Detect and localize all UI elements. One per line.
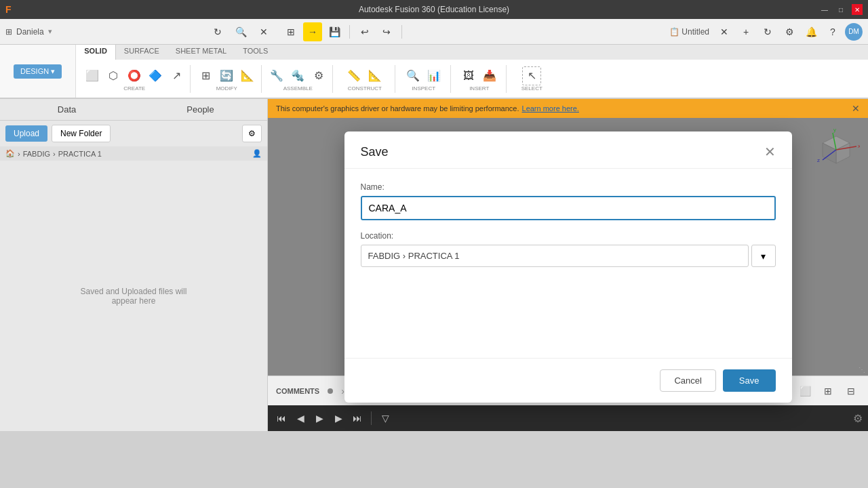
assemble-icon-2[interactable]: 🔩 bbox=[288, 66, 307, 85]
construct-icon-1[interactable]: 📏 bbox=[344, 66, 363, 85]
filter-button[interactable]: ▽ bbox=[377, 410, 393, 426]
upload-button[interactable]: Upload bbox=[5, 125, 47, 142]
location-form-group: Location: ▾ bbox=[361, 231, 776, 267]
tab-tools[interactable]: TOOLS bbox=[235, 45, 276, 60]
ribbon: DESIGN ▾ SOLID SURFACE SHEET METAL TOOLS… bbox=[0, 45, 868, 99]
toolbar-separator-1 bbox=[349, 25, 350, 39]
create-icon-3[interactable]: ⭕ bbox=[125, 66, 144, 85]
modify-icon-1[interactable]: ⊞ bbox=[196, 66, 215, 85]
modal-close-button[interactable]: ✕ bbox=[764, 144, 776, 160]
breadcrumb: 🏠 › FABDIG › PRACTICA 1 👤 bbox=[0, 146, 267, 161]
reload-button[interactable]: ↻ bbox=[758, 22, 777, 41]
modify-icon-3[interactable]: 📐 bbox=[238, 66, 257, 85]
left-panel-tabs: Data People bbox=[0, 99, 267, 121]
inspect-icon-1[interactable]: 🔍 bbox=[403, 66, 422, 85]
panel-settings-button[interactable]: ⚙ bbox=[242, 125, 262, 142]
warning-link[interactable]: Learn more here. bbox=[522, 104, 579, 113]
create-icon-4[interactable]: 🔷 bbox=[146, 66, 165, 85]
display-mode-1[interactable]: ⬜ bbox=[796, 382, 814, 400]
redo-button[interactable]: ↪ bbox=[377, 22, 396, 41]
warning-bar: This computer's graphics driver or hardw… bbox=[268, 99, 868, 118]
tab-sheet-metal[interactable]: SHEET METAL bbox=[167, 45, 235, 60]
breadcrumb-settings-icon[interactable]: 👤 bbox=[252, 149, 262, 158]
top-toolbar: ⊞ Daniela ▾ ↻ 🔍 ✕ ⊞ → 💾 ↩ ↪ 📋 Untitled ✕… bbox=[0, 19, 868, 45]
left-panel-actions: Upload New Folder ⚙ bbox=[0, 121, 267, 146]
location-input[interactable] bbox=[361, 245, 749, 267]
create-icon-5[interactable]: ↗ bbox=[167, 66, 186, 85]
warning-close-button[interactable]: ✕ bbox=[852, 103, 860, 114]
settings-button[interactable]: ⚙ bbox=[780, 22, 799, 41]
timeline-settings-icon[interactable]: ⚙ bbox=[853, 412, 863, 425]
notification-button[interactable]: 🔔 bbox=[802, 22, 821, 41]
skip-back-button[interactable]: ⏮ bbox=[273, 410, 290, 426]
timeline-bar: ⏮ ◀ ▶ ▶ ⏭ ▽ ⚙ bbox=[268, 405, 868, 431]
app-title: Autodesk Fusion 360 (Education License) bbox=[359, 5, 509, 14]
left-panel: Data People Upload New Folder ⚙ 🏠 › FABD… bbox=[0, 99, 268, 431]
new-tab-button[interactable]: + bbox=[736, 22, 755, 41]
modal-body: Name: Location: ▾ bbox=[344, 169, 792, 358]
user-name[interactable]: Daniela bbox=[16, 27, 44, 37]
inspect-icon-2[interactable]: 📊 bbox=[425, 66, 443, 85]
breadcrumb-fabdig[interactable]: FABDIG bbox=[23, 150, 50, 158]
new-folder-button[interactable]: New Folder bbox=[52, 125, 111, 142]
cancel-button[interactable]: Cancel bbox=[660, 369, 715, 392]
timeline-separator bbox=[371, 411, 372, 425]
canvas-area: This computer's graphics driver or hardw… bbox=[268, 99, 868, 431]
modify-label: MODIFY bbox=[196, 85, 257, 92]
create-icon-2[interactable]: ⬡ bbox=[104, 66, 123, 85]
minimize-button[interactable]: — bbox=[819, 4, 830, 15]
highlight-button[interactable]: → bbox=[303, 22, 322, 41]
insert-icon-1[interactable]: 🖼 bbox=[459, 66, 478, 85]
construct-icon-2[interactable]: 📐 bbox=[366, 66, 384, 85]
comment-dot bbox=[328, 388, 333, 394]
undo-button[interactable]: ↩ bbox=[355, 22, 374, 41]
data-tab[interactable]: Data bbox=[0, 99, 134, 120]
close-tab-button[interactable]: ✕ bbox=[715, 22, 734, 41]
maximize-button[interactable]: □ bbox=[835, 4, 846, 15]
help-button[interactable]: ? bbox=[823, 22, 842, 41]
select-icon-1[interactable]: ↖ bbox=[522, 66, 541, 85]
modal-title: Save bbox=[361, 145, 389, 159]
tab-surface[interactable]: SURFACE bbox=[116, 45, 167, 60]
play-button[interactable]: ▶ bbox=[311, 410, 328, 426]
insert-icon-2[interactable]: 📥 bbox=[480, 66, 499, 85]
display-mode-2[interactable]: ⊞ bbox=[819, 382, 837, 400]
prev-button[interactable]: ◀ bbox=[292, 410, 309, 426]
design-dropdown-button[interactable]: DESIGN ▾ bbox=[14, 64, 62, 79]
name-form-group: Name: bbox=[361, 182, 776, 220]
breadcrumb-practica[interactable]: PRACTICA 1 bbox=[58, 150, 102, 158]
search-button[interactable]: 🔍 bbox=[231, 22, 250, 41]
modify-icon-2[interactable]: 🔄 bbox=[217, 66, 236, 85]
modal-header: Save ✕ bbox=[344, 131, 792, 169]
toolbar-separator-2 bbox=[401, 25, 402, 39]
save-button[interactable]: 💾 bbox=[325, 22, 344, 41]
grid-view-button[interactable]: ⊞ bbox=[281, 22, 300, 41]
skip-fwd-button[interactable]: ⏭ bbox=[349, 410, 366, 426]
tab-solid[interactable]: SOLID bbox=[76, 45, 116, 60]
close-button[interactable]: ✕ bbox=[852, 4, 863, 15]
assemble-icon-1[interactable]: 🔧 bbox=[267, 66, 286, 85]
user-avatar[interactable]: DM bbox=[845, 23, 863, 41]
location-row: ▾ bbox=[361, 245, 776, 267]
name-label: Name: bbox=[361, 182, 776, 192]
location-dropdown-button[interactable]: ▾ bbox=[751, 245, 776, 267]
people-tab[interactable]: People bbox=[134, 99, 267, 120]
resize-handle[interactable]: ⋱ bbox=[859, 366, 865, 373]
save-confirm-button[interactable]: Save bbox=[723, 369, 776, 392]
title-bar: F Autodesk Fusion 360 (Education License… bbox=[0, 0, 868, 19]
refresh-button[interactable]: ↻ bbox=[208, 22, 227, 41]
modal-overlay: Save ✕ Name: Location: ▾ bbox=[268, 118, 868, 375]
assemble-label: ASSEMBLE bbox=[267, 85, 328, 92]
close-panel-button[interactable]: ✕ bbox=[254, 22, 273, 41]
canvas-viewport[interactable]: x y z Save ✕ Name: bbox=[268, 118, 868, 375]
name-input[interactable] bbox=[361, 196, 776, 220]
display-mode-3[interactable]: ⊟ bbox=[842, 382, 860, 400]
breadcrumb-home-icon[interactable]: 🏠 bbox=[5, 149, 15, 158]
save-modal: Save ✕ Name: Location: ▾ bbox=[344, 131, 792, 403]
construct-label: CONSTRUCT bbox=[338, 85, 391, 92]
create-icon-1[interactable]: ⬜ bbox=[83, 66, 102, 85]
assemble-icon-3[interactable]: ⚙ bbox=[309, 66, 328, 85]
next-frame-button[interactable]: ▶ bbox=[330, 410, 347, 426]
warning-text: This computer's graphics driver or hardw… bbox=[276, 104, 519, 113]
app-logo: F bbox=[5, 4, 12, 15]
